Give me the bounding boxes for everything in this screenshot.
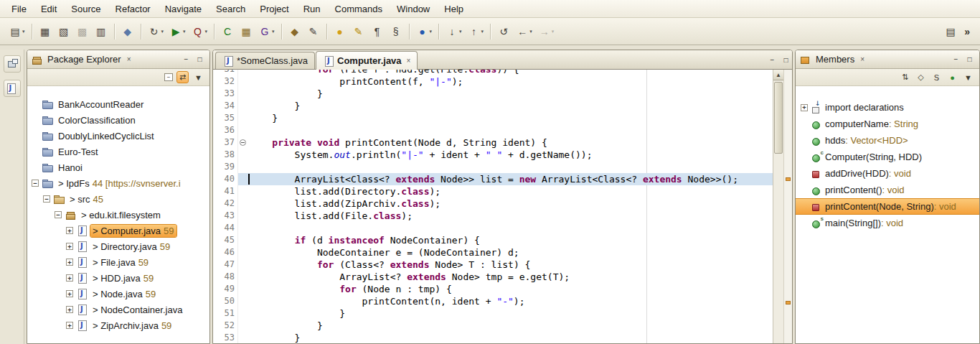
toolbar-overflow-chevron[interactable]: »	[960, 26, 974, 37]
search-button[interactable]: ●	[331, 23, 349, 40]
line-number[interactable]: 53	[213, 332, 237, 343]
line-number[interactable]: 44	[213, 222, 237, 234]
next-annotation-button[interactable]: ↓▾	[443, 23, 464, 40]
scroll-up-icon[interactable]: ▲	[773, 70, 783, 80]
member-item[interactable]: printContent(Node, String) : void	[796, 198, 979, 215]
member-item[interactable]: smain(String[]) : void	[796, 215, 979, 231]
line-number[interactable]: 41	[213, 185, 237, 197]
breakpoints-button[interactable]: ◆	[119, 23, 136, 40]
tree-item[interactable]: −> edu.kit.filesystem	[27, 207, 209, 223]
line-number[interactable]: 35	[213, 112, 237, 124]
collapse-all-button[interactable]: −	[164, 73, 173, 81]
menu-window[interactable]: Window	[390, 1, 437, 17]
export-jar-button[interactable]: ◆	[286, 23, 303, 40]
whitespace-button[interactable]: ¶	[369, 23, 386, 40]
tree-item[interactable]: Euro-Test	[27, 144, 209, 159]
member-item[interactable]: cComputer(String, HDD)	[796, 149, 979, 165]
hide-fields-button[interactable]: ◇	[915, 71, 927, 83]
minimize-view-button[interactable]: −	[180, 54, 192, 65]
expand-icon[interactable]: +	[801, 104, 808, 111]
expand-icon[interactable]: +	[66, 290, 73, 297]
tab-someclass-java[interactable]: *SomeClass.java	[215, 52, 315, 69]
member-item[interactable]: printContent() : void	[796, 182, 979, 198]
generate-button[interactable]: G▾	[256, 23, 277, 40]
menu-refactor[interactable]: Refactor	[108, 1, 158, 17]
menu-project[interactable]: Project	[253, 1, 296, 17]
line-number[interactable]: 34	[213, 100, 237, 112]
forward-button[interactable]: →▾	[536, 23, 557, 40]
line-number[interactable]: 37	[213, 136, 237, 149]
menu-source[interactable]: Source	[64, 1, 108, 17]
tree-item[interactable]: +> NodeContainer.java	[27, 302, 209, 317]
overview-ruler[interactable]	[783, 70, 792, 343]
line-number[interactable]: 32	[213, 75, 237, 88]
line-number[interactable]: 49	[213, 283, 237, 295]
expand-icon[interactable]: +	[66, 243, 73, 250]
scrollbar-thumb[interactable]	[774, 82, 783, 154]
last-edit-button[interactable]: ↺	[495, 23, 512, 40]
sort-button[interactable]: ⇅	[899, 71, 911, 83]
restore-view-button[interactable]	[4, 55, 21, 73]
menu-file[interactable]: File	[4, 1, 34, 17]
tree-item[interactable]: ColorClassification	[27, 112, 209, 128]
expand-icon[interactable]: +	[66, 227, 73, 234]
line-number[interactable]: 51	[213, 307, 237, 320]
new-class-button[interactable]: C	[219, 23, 236, 40]
expand-icon[interactable]: +	[66, 274, 73, 282]
collapse-icon[interactable]: −	[32, 180, 39, 187]
menu-commands[interactable]: Commands	[328, 1, 390, 17]
tree-item[interactable]: −> src45	[27, 191, 209, 207]
tree-item[interactable]: +> ZipArchiv.java59	[27, 317, 209, 333]
tree-item[interactable]: +> HDD.java59	[27, 270, 209, 286]
line-number[interactable]: 42	[213, 197, 237, 210]
tree-item[interactable]: Hanoi	[27, 159, 209, 175]
occurrence-marker[interactable]	[786, 301, 791, 305]
member-item[interactable]: +import declarations	[796, 99, 979, 116]
hide-nonpublic-button[interactable]: ●	[946, 71, 958, 83]
hide-static-button[interactable]: S	[930, 71, 943, 83]
menu-run[interactable]: Run	[296, 1, 328, 17]
menu-help[interactable]: Help	[437, 1, 471, 17]
tree-item[interactable]: +> Directory.java59	[27, 238, 209, 254]
profile-button[interactable]: Q▾	[189, 23, 210, 40]
web-browser-button[interactable]: ●▾	[414, 23, 435, 40]
run-button[interactable]: ▶▾	[167, 23, 188, 40]
tab-computer-java[interactable]: Computer.java ×	[316, 51, 418, 70]
minimized-view-button[interactable]	[4, 80, 21, 97]
line-number[interactable]: 50	[213, 295, 237, 307]
collapse-icon[interactable]: −	[43, 195, 50, 203]
occurrence-marker[interactable]	[786, 177, 791, 181]
expand-icon[interactable]: +	[66, 306, 73, 313]
tree-item[interactable]: BankAccountReader	[27, 96, 209, 112]
menu-navigate[interactable]: Navigate	[158, 1, 209, 17]
save-button[interactable]: ▩	[74, 23, 91, 40]
tree-item[interactable]: DoublyLinkedCyclicList	[27, 128, 209, 144]
close-tab-icon[interactable]: ×	[407, 57, 411, 65]
line-number[interactable]: 31	[213, 70, 237, 75]
javadoc-button[interactable]: ✎	[305, 23, 322, 40]
view-menu-button[interactable]: ▼	[962, 71, 974, 83]
close-view-icon[interactable]: ×	[127, 55, 131, 63]
line-number[interactable]: 46	[213, 246, 237, 259]
expand-icon[interactable]: +	[66, 259, 73, 266]
line-number[interactable]: 40	[213, 173, 237, 185]
expand-icon[interactable]: +	[66, 322, 73, 329]
build-button[interactable]: ↻▾	[146, 23, 166, 40]
open-type-button[interactable]: ▧	[55, 23, 72, 40]
menu-search[interactable]: Search	[209, 1, 253, 17]
line-number[interactable]: 39	[213, 161, 237, 173]
line-number[interactable]: 52	[213, 320, 237, 332]
print-button[interactable]: ▥	[93, 23, 110, 40]
member-item[interactable]: computerName : String	[796, 116, 979, 132]
line-number[interactable]: 38	[213, 149, 237, 161]
fold-toggle[interactable]	[237, 136, 248, 149]
line-number[interactable]: 43	[213, 210, 237, 222]
minimize-editor-button[interactable]: −	[766, 55, 778, 65]
new-package-button[interactable]: ▦	[237, 23, 255, 40]
line-number[interactable]: 45	[213, 234, 237, 246]
collapse-icon[interactable]: −	[55, 211, 62, 218]
tree-item[interactable]: −> IpdFs44 [https://svnserver.i	[27, 175, 209, 191]
member-item[interactable]: hdds : Vector<HDD>	[796, 132, 979, 149]
close-view-icon[interactable]: ×	[860, 55, 864, 63]
editor-scrollbar[interactable]: ▲	[773, 70, 783, 343]
